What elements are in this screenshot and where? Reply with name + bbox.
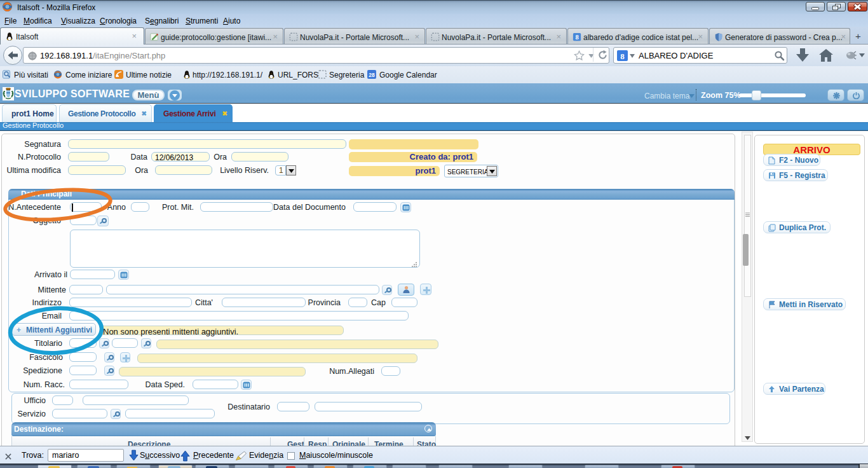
svg-text:28: 28 (369, 72, 375, 78)
svg-text:8: 8 (575, 34, 578, 41)
svg-text:8: 8 (620, 52, 625, 61)
